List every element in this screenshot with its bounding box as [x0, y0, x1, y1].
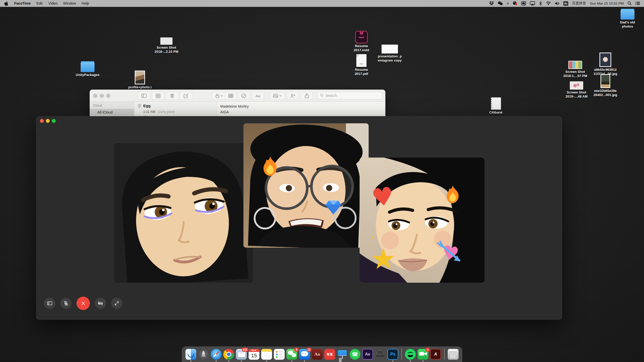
notes-sidebar-toggle-button[interactable] — [138, 92, 150, 100]
desktop-icon-a9b55c963912-jpg[interactable]: a9b55c963912 11f37af...00.jpg — [590, 53, 621, 76]
notes-folder-all-icloud[interactable]: All iCloud — [90, 109, 134, 116]
running-indicator — [392, 360, 393, 361]
desktop-icon-citibank-doc[interactable]: Citibank — [480, 95, 511, 115]
notes-close-button[interactable] — [93, 94, 97, 98]
app-icon — [198, 349, 209, 360]
memoji-tile-middle — [243, 123, 369, 248]
dock-keynote[interactable] — [337, 349, 348, 361]
dock-dictionary[interactable]: Aa — [311, 349, 323, 361]
app-icon — [375, 349, 386, 360]
dock-calendar[interactable]: MAR 15 — [248, 349, 260, 361]
dock: 815 MAR 15 — [182, 347, 462, 362]
running-indicator — [266, 360, 267, 361]
dock-youdao[interactable]: 有道 — [324, 349, 335, 361]
desktop-icon-presentation-pentagram-copy[interactable]: presentation_p entagram copy — [374, 39, 405, 63]
note-list-title[interactable]: Egg — [143, 104, 150, 108]
app-icon: 4 — [286, 349, 297, 360]
dock-whatsapp[interactable]: ☎ — [349, 349, 361, 361]
notes-delete-button[interactable] — [166, 92, 178, 100]
notes-share-button[interactable] — [301, 92, 313, 100]
window-snap-icon[interactable] — [521, 1, 526, 5]
dock-mail[interactable]: 815 — [236, 349, 247, 361]
dock-chrome[interactable] — [223, 349, 234, 361]
notification-center-icon[interactable] — [635, 2, 640, 5]
dock-reminders[interactable] — [274, 349, 285, 361]
dock-facetime[interactable]: 4 — [417, 349, 429, 361]
desktop-icon-dads-old-photos-folder[interactable]: Dad's old photos — [612, 5, 643, 29]
wechat-icon[interactable] — [498, 1, 503, 5]
dock-printer[interactable] — [375, 349, 386, 361]
end-call-button[interactable] — [77, 297, 90, 310]
app-icon — [401, 348, 402, 360]
airplay-display-icon[interactable] — [530, 1, 535, 5]
facetime-zoom-button[interactable] — [52, 119, 56, 123]
app-icon: 4 — [418, 349, 428, 360]
menubar-menu-facetime[interactable]: FaceTime — [11, 1, 33, 5]
desktop-icon-eee32b65e39e-jpg[interactable]: eee32b65e39e 26402...001.jpg — [590, 74, 621, 97]
notes-media-button[interactable] — [270, 92, 285, 100]
menubar-clock[interactable]: Sun Mar 15 10:52 PM — [590, 2, 624, 5]
app-icon: MAR 15 — [249, 349, 259, 360]
running-indicator — [304, 360, 305, 361]
dock-after-effects[interactable]: Ae — [362, 349, 373, 361]
file-label: Screen Shot 2018-...2.23 PM — [151, 46, 182, 54]
roster-sidebar-button[interactable] — [44, 298, 55, 309]
facetime-close-button[interactable] — [40, 119, 44, 123]
desktop-icon-unitypackages-folder[interactable]: UnityPackages — [72, 58, 103, 77]
menubar-menu-help[interactable]: Help — [79, 1, 92, 5]
dock-trash[interactable] — [447, 349, 459, 361]
file-label: Resume 2017.indd — [346, 44, 377, 53]
dock-photoshop[interactable]: Ps — [387, 349, 399, 361]
fullscreen-button[interactable] — [111, 298, 122, 309]
dock-launchpad[interactable] — [198, 349, 209, 361]
star-emoji: ★ — [370, 242, 396, 275]
desktop-icon-profile-photo-jpg[interactable]: profile+photo.i — [124, 70, 155, 89]
baidu-ime-icon[interactable]: du — [563, 1, 568, 6]
mute-microphone-button[interactable] — [60, 298, 72, 309]
notes-add-people-button[interactable] — [286, 92, 299, 100]
notes-zoom-button[interactable] — [106, 94, 110, 98]
apple-menu-icon[interactable] — [4, 1, 9, 6]
dock-messages[interactable]: 13 — [299, 349, 310, 361]
notification-badge: 4 — [294, 348, 299, 352]
desktop-icon-screen-shot-2019-48am[interactable]: Screen Shot 2019-....48 AM — [561, 75, 592, 99]
app-status-red-dot-icon[interactable] — [513, 1, 517, 6]
file-icon — [72, 58, 103, 72]
dock-notes[interactable] — [261, 349, 272, 361]
notes-minimize-button[interactable] — [100, 94, 104, 98]
ime-name-label[interactable]: 百度拼音 — [572, 1, 586, 6]
facetime-minimize-button[interactable] — [46, 119, 50, 123]
camera-off-button[interactable] — [95, 298, 106, 309]
menubar-menu-video[interactable]: Video — [45, 1, 60, 5]
menu-bar: FaceTimeEditVideoWindowHelp 4 — [0, 0, 644, 7]
notes-compose-button[interactable] — [180, 92, 192, 100]
dock-acrobat[interactable]: A — [430, 349, 441, 361]
notes-format-button[interactable]: Aa — [252, 92, 264, 100]
desktop-icon-screen-shot-2018-1-57pm[interactable]: Screen Shot 2018-1....57 PM — [560, 55, 591, 78]
dropbox-icon[interactable] — [489, 1, 494, 5]
dock-spotify[interactable] — [405, 349, 416, 361]
desktop-icon-resume-pdf[interactable]: PDF Resume 2017.pdf — [346, 53, 377, 76]
running-indicator — [190, 360, 191, 361]
dock-wechat[interactable]: 4 — [286, 349, 298, 361]
menubar-menu-window[interactable]: Window — [60, 1, 79, 5]
notes-search-field[interactable]: Search — [317, 92, 382, 99]
bluetooth-icon[interactable] — [539, 1, 542, 6]
dock-safari[interactable] — [210, 349, 222, 361]
menubar-menu-edit[interactable]: Edit — [33, 1, 45, 5]
notes-lock-button[interactable] — [212, 92, 226, 100]
dock-finder[interactable] — [185, 349, 197, 361]
spotlight-search-icon[interactable] — [628, 1, 632, 5]
notes-checklist-button[interactable] — [238, 92, 250, 100]
notes-grid-view-button[interactable] — [152, 92, 164, 100]
notes-table-button[interactable] — [225, 92, 237, 100]
desktop-icon-resume-indd[interactable]: Id INDD Resume 2017.indd — [346, 29, 377, 53]
note-body-line2: AIGA — [220, 110, 229, 114]
file-icon — [590, 74, 621, 88]
volume-icon[interactable] — [555, 2, 560, 5]
wifi-icon[interactable] — [546, 2, 551, 5]
file-icon — [480, 95, 511, 110]
desktop-icon-screen-shot-2018-223pm[interactable]: Screen Shot 2018-...2.23 PM — [151, 30, 182, 54]
dock-separator-2 — [443, 348, 446, 361]
file-icon — [374, 39, 405, 54]
